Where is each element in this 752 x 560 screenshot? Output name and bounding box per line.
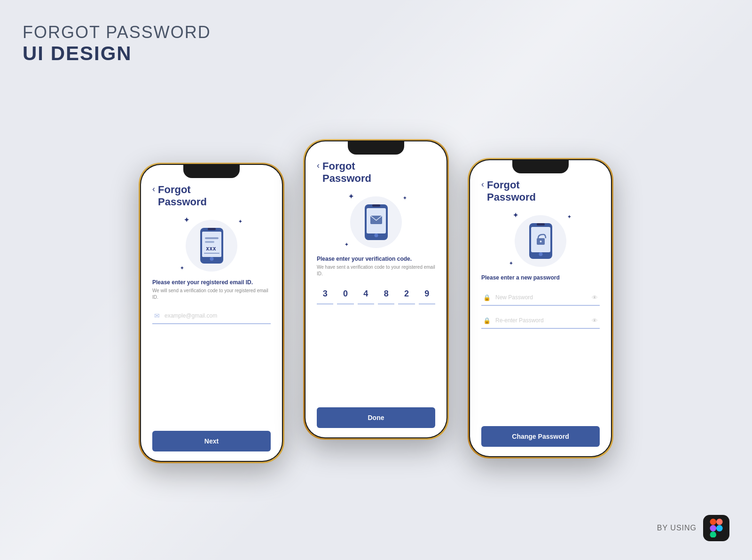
svg-point-12 xyxy=(374,233,378,237)
sparkle2-icon-tl: ✦ xyxy=(348,193,354,200)
svg-rect-3 xyxy=(205,237,219,239)
figma-icon xyxy=(709,519,724,537)
sparkle3-icon-tr: ✦ xyxy=(567,214,571,219)
eye-icon-reenter[interactable]: 👁 xyxy=(592,317,598,324)
svg-text:xxx: xxx xyxy=(206,245,216,252)
phone-2-back-nav: ‹ ForgotPassword xyxy=(317,160,435,185)
svg-rect-21 xyxy=(716,519,723,525)
otp-digit-3[interactable]: 4 xyxy=(358,285,374,304)
phone-1-content: ‹ ForgotPassword ✦ ✦ ✦ xyxy=(141,165,282,461)
svg-rect-6 xyxy=(204,253,219,254)
phone-1-notch xyxy=(183,165,240,178)
phone-3-desc-bold: Please enter a new password xyxy=(481,274,600,281)
back-arrow-icon: ‹ xyxy=(152,185,155,193)
svg-rect-8 xyxy=(208,228,216,230)
sparkle-icon-tl: ✦ xyxy=(184,216,189,224)
svg-point-7 xyxy=(210,257,213,261)
otp-container: 3 0 4 8 2 9 xyxy=(317,285,435,304)
sparkle2-icon-bl: ✦ xyxy=(345,242,348,247)
back-arrow-icon-3: ‹ xyxy=(481,180,484,188)
phone-2-frame: ‹ ForgotPassword ✦ ✦ ✦ xyxy=(303,139,449,440)
sparkle-icon-bl: ✦ xyxy=(180,265,184,271)
phone-2-title: ForgotPassword xyxy=(322,160,371,185)
figma-badge: BY USING xyxy=(657,515,729,541)
change-password-button[interactable]: Change Password xyxy=(481,426,600,447)
eye-icon-new[interactable]: 👁 xyxy=(592,294,598,301)
phone-1-illustration: ✦ ✦ ✦ xxx xyxy=(152,220,271,272)
new-password-placeholder: New Password xyxy=(495,294,587,301)
phone-2-desc-sub: We have sent a verification code to your… xyxy=(317,264,435,277)
svg-rect-4 xyxy=(205,241,214,243)
svg-point-24 xyxy=(716,525,723,532)
phone-3-illustration: ✦ ✦ ✦ xyxy=(481,215,600,267)
email-input-wrapper[interactable]: ✉ example@gmail.com xyxy=(152,308,271,324)
next-button[interactable]: Next xyxy=(152,431,271,451)
back-arrow-icon-2: ‹ xyxy=(317,161,320,170)
email-placeholder: example@gmail.com xyxy=(164,312,269,319)
phone-illus-svg: xxx xyxy=(196,227,227,264)
new-password-wrapper[interactable]: 🔒 New Password 👁 xyxy=(481,290,600,306)
reenter-password-placeholder: Re-enter Password xyxy=(495,317,587,324)
phones-container: ‹ ForgotPassword ✦ ✦ ✦ xyxy=(0,28,752,560)
svg-rect-13 xyxy=(372,204,380,207)
otp-digit-6[interactable]: 9 xyxy=(419,285,435,304)
phone-3-inner: ‹ ForgotPassword ✦ ✦ ✦ xyxy=(469,159,612,457)
sparkle2-icon-tr: ✦ xyxy=(403,195,407,201)
svg-point-17 xyxy=(540,241,541,242)
phone-3-content: ‹ ForgotPassword ✦ ✦ ✦ xyxy=(470,160,611,456)
phone-3-illus-svg xyxy=(525,222,556,260)
sparkle-icon-tr: ✦ xyxy=(238,219,242,224)
by-using-text: BY USING xyxy=(657,524,697,532)
done-button[interactable]: Done xyxy=(317,407,435,428)
reenter-password-wrapper[interactable]: 🔒 Re-enter Password 👁 xyxy=(481,313,600,329)
phone-3-notch xyxy=(512,160,569,173)
phone-1-desc-sub: We will send a verification code to your… xyxy=(152,288,271,301)
phone-2-illustration: ✦ ✦ ✦ xyxy=(317,196,435,248)
phone-2-illus-circle: ✦ ✦ ✦ xyxy=(350,196,402,248)
email-icon: ✉ xyxy=(154,312,160,319)
otp-digit-2[interactable]: 0 xyxy=(337,285,353,304)
svg-rect-22 xyxy=(710,525,716,532)
svg-point-18 xyxy=(539,252,542,256)
phone-3-frame: ‹ ForgotPassword ✦ ✦ ✦ xyxy=(468,158,613,459)
phone-3-description: Please enter a new password xyxy=(481,274,600,283)
lock-icon-new: 🔒 xyxy=(483,294,491,301)
phone-3-screen: ‹ ForgotPassword ✦ ✦ ✦ xyxy=(470,160,611,456)
otp-digit-5[interactable]: 2 xyxy=(398,285,415,304)
phone-2-desc-bold: Please enter your verification code. xyxy=(317,256,435,262)
lock-icon-reenter: 🔒 xyxy=(483,317,491,324)
phone-2-content: ‹ ForgotPassword ✦ ✦ ✦ xyxy=(306,141,446,437)
phone-2-description: Please enter your verification code. We … xyxy=(317,256,435,277)
phone-1-description: Please enter your registered email ID. W… xyxy=(152,279,271,301)
sparkle3-icon-tl: ✦ xyxy=(513,211,518,219)
svg-rect-19 xyxy=(537,223,545,226)
phone-3-back-nav: ‹ ForgotPassword xyxy=(481,179,600,204)
phone-1-screen: ‹ ForgotPassword ✦ ✦ ✦ xyxy=(141,165,282,461)
phone-1-illus-circle: ✦ ✦ ✦ xxx xyxy=(186,220,237,272)
phone-2-inner: ‹ ForgotPassword ✦ ✦ ✦ xyxy=(305,140,447,438)
phone-1-inner: ‹ ForgotPassword ✦ ✦ ✦ xyxy=(140,164,283,462)
phone-1-title: ForgotPassword xyxy=(158,184,207,209)
phone-3-illus-circle: ✦ ✦ ✦ xyxy=(515,215,566,267)
sparkle3-icon-bl: ✦ xyxy=(509,261,513,266)
otp-digit-4[interactable]: 8 xyxy=(378,285,394,304)
phone-2-notch xyxy=(348,141,404,155)
phone-2-screen: ‹ ForgotPassword ✦ ✦ ✦ xyxy=(306,141,446,437)
phone-1-desc-bold: Please enter your registered email ID. xyxy=(152,279,271,286)
phone-1-frame: ‹ ForgotPassword ✦ ✦ ✦ xyxy=(139,163,284,463)
svg-rect-20 xyxy=(710,519,716,525)
phone-3-title: ForgotPassword xyxy=(487,179,536,204)
figma-icon-box xyxy=(703,515,729,541)
phone-1-back-nav: ‹ ForgotPassword xyxy=(152,184,271,209)
svg-rect-23 xyxy=(710,531,716,537)
otp-digit-1[interactable]: 3 xyxy=(317,285,333,304)
phone-2-illus-svg xyxy=(361,203,392,241)
